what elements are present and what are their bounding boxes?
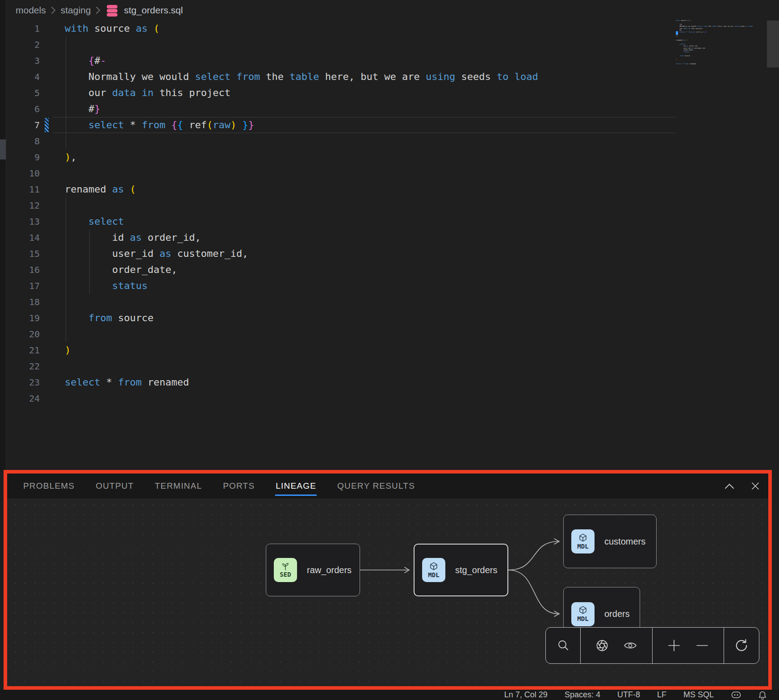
code-line[interactable]: 3 {#- bbox=[6, 53, 779, 69]
model-badge: MDL bbox=[571, 529, 595, 553]
code-text: status bbox=[40, 278, 147, 294]
line-number: 19 bbox=[6, 310, 40, 326]
code-line[interactable]: 17 status bbox=[6, 278, 779, 294]
refresh-icon[interactable] bbox=[735, 639, 748, 652]
line-number: 12 bbox=[6, 197, 40, 214]
toolbar-group bbox=[724, 628, 759, 663]
panel-tab-problems[interactable]: PROBLEMS bbox=[23, 474, 75, 499]
breadcrumb-item-staging[interactable]: staging bbox=[61, 5, 91, 16]
zoom-in-icon[interactable] bbox=[667, 639, 681, 652]
code-text bbox=[40, 133, 65, 149]
activity-bar-handle[interactable] bbox=[0, 139, 6, 159]
code-line[interactable]: 16 order_date, bbox=[6, 262, 779, 278]
line-number: 3 bbox=[6, 53, 40, 69]
code-line[interactable]: 7 select * from {{ ref(raw) }} bbox=[6, 117, 779, 133]
search-icon[interactable] bbox=[557, 639, 570, 652]
panel-tab-terminal[interactable]: TERMINAL bbox=[155, 474, 202, 499]
code-text: id as order_id, bbox=[40, 230, 201, 246]
node-label: raw_orders bbox=[307, 565, 352, 575]
status-language-mode[interactable]: MS SQL bbox=[683, 690, 714, 700]
lineage-toolbar bbox=[545, 627, 759, 664]
lineage-graph-canvas[interactable]: SED raw_orders MDL stg_orders bbox=[7, 499, 772, 686]
code-line[interactable]: 9), bbox=[6, 149, 779, 165]
code-editor[interactable]: 1with source as (23 {#-4 Normally we wou… bbox=[6, 21, 779, 470]
aperture-icon[interactable] bbox=[595, 639, 609, 652]
vscode-window: models staging stg_orders.sql 1with sour… bbox=[0, 0, 779, 700]
panel-tab-query-results[interactable]: QUERY RESULTS bbox=[337, 474, 415, 499]
code-line[interactable]: 2 bbox=[6, 37, 779, 53]
breadcrumb-item-models[interactable]: models bbox=[16, 5, 46, 16]
line-number: 21 bbox=[6, 342, 40, 358]
code-line[interactable]: 20 bbox=[6, 326, 779, 342]
code-text: {#- bbox=[40, 53, 106, 69]
bell-icon[interactable] bbox=[758, 691, 766, 700]
line-number: 16 bbox=[6, 262, 40, 278]
panel-tab-output[interactable]: OUTPUT bbox=[96, 474, 134, 499]
line-number: 9 bbox=[6, 149, 40, 165]
code-line[interactable]: 19 from source bbox=[6, 310, 779, 326]
code-line[interactable]: 10 bbox=[6, 165, 779, 181]
status-cursor-position[interactable]: Ln 7, Col 29 bbox=[504, 690, 548, 700]
code-text: our data in this project bbox=[40, 85, 230, 101]
badge-label: MDL bbox=[428, 571, 439, 578]
model-badge: MDL bbox=[571, 602, 595, 626]
eye-icon[interactable] bbox=[623, 640, 637, 651]
copilot-icon[interactable] bbox=[731, 691, 741, 699]
lineage-node-customers[interactable]: MDL customers bbox=[563, 515, 657, 568]
line-number: 8 bbox=[6, 133, 40, 149]
code-text bbox=[40, 358, 65, 374]
node-label: orders bbox=[604, 609, 630, 619]
line-number: 2 bbox=[6, 37, 40, 53]
code-line[interactable]: 1with source as ( bbox=[6, 21, 779, 37]
toolbar-group bbox=[653, 628, 724, 663]
status-bar: Ln 7, Col 29 Spaces: 4 UTF-8 LF MS SQL bbox=[0, 690, 779, 700]
panel-tab-lineage[interactable]: LINEAGE bbox=[276, 474, 316, 499]
code-line[interactable]: 13 select bbox=[6, 214, 779, 230]
code-text bbox=[40, 326, 65, 342]
line-number: 20 bbox=[6, 326, 40, 342]
code-line[interactable]: 22 bbox=[6, 358, 779, 374]
code-line[interactable]: 5 our data in this project bbox=[6, 85, 779, 101]
breadcrumb-item-file[interactable]: stg_orders.sql bbox=[124, 5, 183, 16]
panel-tab-ports[interactable]: PORTS bbox=[223, 474, 255, 499]
status-eol[interactable]: LF bbox=[657, 690, 666, 700]
panel-tabs: PROBLEMSOUTPUTTERMINALPORTSLINEAGEQUERY … bbox=[23, 474, 415, 499]
cube-icon bbox=[578, 533, 587, 542]
code-text: from source bbox=[40, 310, 154, 326]
line-number: 14 bbox=[6, 230, 40, 246]
status-encoding[interactable]: UTF-8 bbox=[617, 690, 640, 700]
code-text bbox=[40, 165, 65, 181]
breadcrumb: models staging stg_orders.sql bbox=[6, 0, 183, 21]
cube-icon bbox=[578, 606, 587, 615]
code-line[interactable]: 21) bbox=[6, 342, 779, 358]
code-text bbox=[40, 294, 65, 310]
line-number: 18 bbox=[6, 294, 40, 310]
code-line[interactable]: 23select * from renamed bbox=[6, 374, 779, 390]
code-line[interactable]: 24 bbox=[6, 390, 779, 407]
code-line[interactable]: 11renamed as ( bbox=[6, 181, 779, 197]
modified-line-gutter-marker bbox=[45, 118, 49, 132]
close-panel-icon[interactable] bbox=[751, 482, 759, 490]
code-lines[interactable]: 1with source as (23 {#-4 Normally we wou… bbox=[6, 21, 779, 407]
code-line[interactable]: 15 user_id as customer_id, bbox=[6, 246, 779, 262]
lineage-node-stg-orders[interactable]: MDL stg_orders bbox=[414, 544, 508, 596]
code-line[interactable]: 12 bbox=[6, 197, 779, 214]
code-line[interactable]: 8 bbox=[6, 133, 779, 149]
code-text: select bbox=[40, 214, 124, 230]
seed-badge: SED bbox=[274, 558, 297, 582]
lineage-node-raw-orders[interactable]: SED raw_orders bbox=[266, 544, 360, 596]
maximize-panel-icon[interactable] bbox=[725, 483, 734, 489]
code-text: select * from {{ ref(raw) }} bbox=[40, 117, 254, 133]
code-line[interactable]: 18 bbox=[6, 294, 779, 310]
line-number: 23 bbox=[6, 374, 40, 390]
code-line[interactable]: 14 id as order_id, bbox=[6, 230, 779, 246]
code-line[interactable]: 6 #} bbox=[6, 101, 779, 117]
line-number: 1 bbox=[6, 21, 40, 37]
zoom-out-icon[interactable] bbox=[695, 639, 709, 652]
code-line[interactable]: 4 Normally we would select from the tabl… bbox=[6, 69, 779, 85]
code-text: ) bbox=[40, 342, 71, 358]
panel-tab-bar: PROBLEMSOUTPUTTERMINALPORTSLINEAGEQUERY … bbox=[7, 474, 772, 499]
status-indentation[interactable]: Spaces: 4 bbox=[565, 690, 600, 700]
code-text: select * from renamed bbox=[40, 374, 189, 390]
line-number: 17 bbox=[6, 278, 40, 294]
